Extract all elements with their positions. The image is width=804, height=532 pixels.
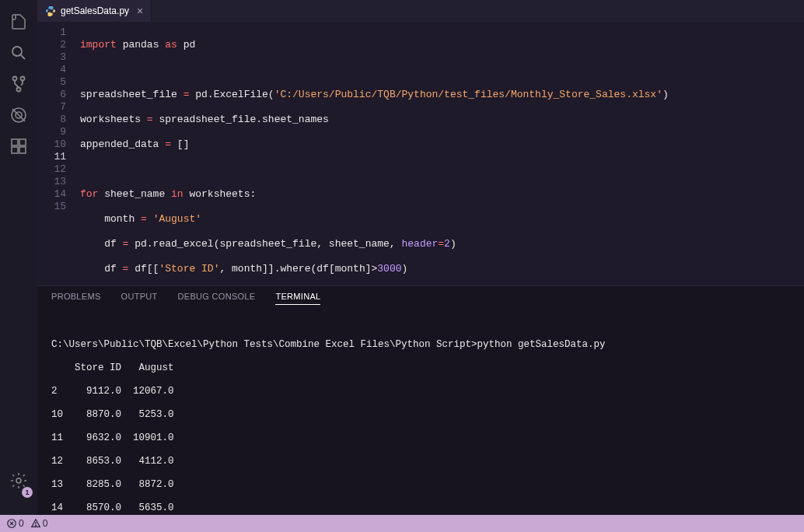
terminal-line: 10 8870.0 5253.0 (51, 409, 790, 421)
terminal-line: 13 8285.0 8872.0 (51, 479, 790, 491)
status-bar: 0 0 (0, 515, 804, 532)
terminal-line (51, 327, 790, 339)
search-icon[interactable] (0, 37, 37, 68)
svg-point-11 (16, 478, 21, 483)
svg-point-4 (17, 88, 21, 92)
python-file-icon (45, 5, 56, 16)
panel-tab-bar: PROBLEMS OUTPUT DEBUG CONSOLE TERMINAL (37, 286, 804, 310)
debug-icon[interactable] (0, 100, 37, 131)
status-errors[interactable]: 0 (6, 518, 24, 529)
tab-filename: getSalesData.py (61, 5, 129, 16)
activity-bar: 1 (0, 0, 37, 515)
tab-bar: getSalesData.py × (37, 0, 804, 22)
settings-badge: 1 (22, 487, 33, 498)
terminal-output[interactable]: C:\Users\Public\TQB\Excel\Python Tests\C… (37, 310, 804, 515)
terminal-line: C:\Users\Public\TQB\Excel\Python Tests\C… (51, 339, 790, 351)
svg-rect-10 (19, 139, 26, 145)
svg-rect-9 (19, 147, 26, 153)
svg-point-16 (35, 525, 36, 526)
code-editor[interactable]: 1 2 3 4 5 6 7 8 9 10 11 12 13 14 15 impo… (37, 22, 804, 285)
tab-problems[interactable]: PROBLEMS (51, 292, 101, 305)
bottom-panel: PROBLEMS OUTPUT DEBUG CONSOLE TERMINAL C… (37, 285, 804, 515)
svg-point-0 (12, 47, 22, 56)
warning-icon (30, 518, 41, 529)
editor-area: getSalesData.py × 1 2 3 4 5 6 7 8 9 10 1… (37, 0, 804, 515)
svg-rect-8 (12, 147, 18, 153)
terminal-line: Store ID August (51, 362, 790, 374)
svg-point-2 (13, 77, 17, 81)
source-control-icon[interactable] (0, 68, 37, 100)
svg-line-1 (21, 55, 26, 60)
extensions-icon[interactable] (0, 131, 37, 162)
terminal-line: 14 8570.0 5635.0 (51, 502, 790, 514)
line-number-gutter: 1 2 3 4 5 6 7 8 9 10 11 12 13 14 15 (37, 26, 80, 285)
code-body[interactable]: import pandas as pd spreadsheet_file = p… (80, 26, 804, 285)
tab-output[interactable]: OUTPUT (121, 292, 158, 305)
close-icon[interactable]: × (137, 5, 143, 17)
terminal-line: 2 9112.0 12067.0 (51, 386, 790, 397)
explorer-icon[interactable] (0, 6, 37, 37)
svg-rect-7 (12, 139, 18, 145)
terminal-line: 11 9632.0 10901.0 (51, 432, 790, 444)
error-icon (6, 518, 17, 529)
status-warnings[interactable]: 0 (30, 518, 48, 529)
terminal-line: 12 8653.0 4112.0 (51, 456, 790, 467)
file-tab[interactable]: getSalesData.py × (37, 0, 152, 22)
tab-debug-console[interactable]: DEBUG CONSOLE (178, 292, 256, 305)
svg-point-3 (21, 77, 25, 81)
tab-terminal[interactable]: TERMINAL (275, 292, 320, 305)
